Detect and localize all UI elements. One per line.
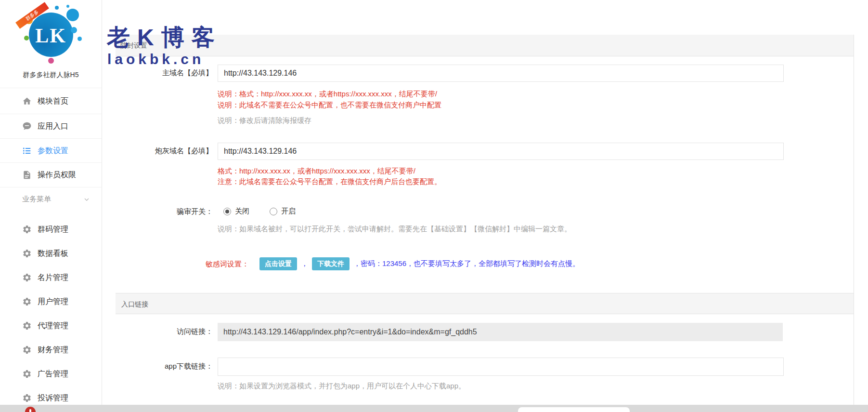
main-content: 防封设置 主域名【必填】 说明：格式：http://xxx.xxx.xx，或者h… — [102, 0, 868, 412]
sidebar-item-operator-permission[interactable]: 操作员权限 — [0, 163, 102, 187]
sidebar-item-label: 数据看板 — [38, 249, 68, 259]
radio-close[interactable] — [223, 208, 231, 215]
visit-link-value[interactable]: http://43.143.129.146/app/index.php?c=en… — [218, 323, 783, 341]
sidebar-item-parameter-settings[interactable]: 参数设置 — [0, 139, 102, 163]
app-link-label: app下载链接： — [104, 362, 213, 371]
decoy-domain-label: 炮灰域名【必填】 — [104, 146, 213, 156]
radio-close-label: 关闭 — [235, 207, 249, 216]
sensitive-words-password-note: 密码：123456，也不要填写太多了，全部都填写了检测时会有点慢。 — [361, 259, 580, 268]
main-domain-label: 主域名【必填】 — [104, 68, 213, 78]
gear-icon — [22, 273, 32, 282]
sidebar-item-finance-manage[interactable]: 财务管理 — [0, 338, 102, 362]
sidebar-item-label: 财务管理 — [38, 345, 68, 355]
sidebar-item-label: 操作员权限 — [38, 170, 76, 180]
gear-icon — [22, 249, 32, 258]
home-icon — [22, 96, 32, 106]
sidebar-item-ad-manage[interactable]: 广告管理 — [0, 362, 102, 386]
sidebar-item-label: 群码管理 — [38, 225, 68, 235]
sidebar: LK 群多多 群多多社群人脉H5 模块首页 应用入口 参数设置 操作员权限 业务… — [0, 0, 102, 412]
sidebar-item-module-home[interactable]: 模块首页 — [0, 89, 102, 113]
document-icon — [22, 170, 32, 180]
radio-open[interactable] — [270, 208, 277, 215]
app-logo: LK 群多多 — [21, 5, 81, 67]
sensitive-words-row: 点击设置 ， 下载文件 ， 密码：123456，也不要填写太多了，全部都填写了检… — [259, 257, 580, 270]
gear-icon — [22, 345, 32, 355]
gear-icon — [22, 321, 32, 331]
decoy-domain-note-config: 注意：此域名需要在公众号平台配置，在微信支付商户后台也要配置。 — [218, 176, 441, 187]
review-switch-label: 骗审开关： — [104, 207, 213, 216]
sidebar-item-label: 投诉管理 — [38, 393, 68, 403]
sensitive-words-label: 敏感词设置： — [104, 260, 249, 269]
logo-dot-blue-large — [66, 9, 79, 21]
gear-icon — [22, 225, 32, 234]
app-link-note: 说明：如果设置为浏览器模式，并打包为app，用户可以在个人中心下载app。 — [218, 381, 466, 391]
logo-dot-blue-top — [55, 6, 59, 10]
gear-icon — [22, 393, 32, 403]
sidebar-group-business-menu[interactable]: 业务菜单 — [22, 195, 51, 204]
sidebar-item-app-entry[interactable]: 应用入口 — [0, 114, 102, 138]
section-header-anti-block: 防封设置 — [116, 35, 854, 56]
gear-icon — [22, 297, 32, 306]
app-name: 群多多社群人脉H5 — [0, 71, 102, 80]
decoy-domain-note-format: 格式：http://xxx.xxx.xx，或者https://xxx.xxx.x… — [218, 166, 415, 176]
sidebar-item-label: 参数设置 — [38, 146, 68, 156]
app-link-input[interactable] — [218, 358, 784, 376]
app-window: LK 群多多 群多多社群人脉H5 模块首页 应用入口 参数设置 操作员权限 业务… — [0, 0, 868, 412]
sidebar-divider — [0, 88, 102, 88]
main-domain-input[interactable] — [218, 65, 784, 82]
sidebar-item-label: 用户管理 — [38, 297, 68, 307]
sidebar-item-label: 模块首页 — [38, 96, 68, 106]
sidebar-item-data-board[interactable]: 数据看板 — [0, 241, 102, 266]
logo-monogram: LK — [21, 24, 81, 47]
sidebar-item-label: 应用入口 — [38, 121, 68, 132]
main-domain-note-cache: 说明：修改后请清除海报缓存 — [218, 115, 311, 126]
comment-icon — [22, 121, 32, 131]
panel-right-border — [854, 35, 854, 405]
sidebar-item-agent-manage[interactable]: 代理管理 — [0, 314, 102, 338]
sidebar-item-group-code[interactable]: 群码管理 — [0, 217, 102, 241]
logo-dot-blue-tiny — [66, 5, 69, 8]
radio-open-label: 开启 — [281, 207, 296, 216]
sidebar-item-label: 代理管理 — [38, 321, 68, 331]
sidebar-item-label: 广告管理 — [38, 369, 68, 379]
review-switch-group: 关闭 开启 — [223, 207, 296, 216]
section-header-entry-links: 入口链接 — [116, 293, 854, 314]
review-switch-note: 说明：如果域名被封，可以打开此开关，尝试申请解封。需要先在【基础设置】【微信解封… — [218, 224, 571, 234]
decoy-domain-input[interactable] — [218, 143, 784, 160]
sidebar-divider — [0, 187, 102, 187]
bottom-bar — [0, 405, 868, 412]
chevron-down-icon[interactable] — [83, 196, 91, 203]
list-icon — [22, 146, 32, 156]
gear-icon — [22, 369, 32, 379]
bottom-tray-pill[interactable] — [518, 407, 630, 412]
sidebar-item-card-manage[interactable]: 名片管理 — [0, 266, 102, 290]
logo-dot-pink — [48, 58, 54, 64]
separator-comma: ， — [353, 259, 361, 268]
set-sensitive-words-button[interactable]: 点击设置 — [259, 257, 297, 270]
visit-link-label: 访问链接： — [104, 327, 213, 336]
sidebar-item-label: 名片管理 — [38, 273, 68, 283]
main-domain-note-format: 说明：格式：http://xxx.xxx.xx，或者https://xxx.xx… — [218, 89, 437, 99]
separator-comma: ， — [301, 259, 308, 268]
download-file-button[interactable]: 下载文件 — [312, 257, 350, 270]
main-domain-note-config: 说明：此域名不需要在公众号中配置，也不需要在微信支付商户中配置 — [218, 100, 441, 110]
sidebar-item-user-manage[interactable]: 用户管理 — [0, 290, 102, 314]
